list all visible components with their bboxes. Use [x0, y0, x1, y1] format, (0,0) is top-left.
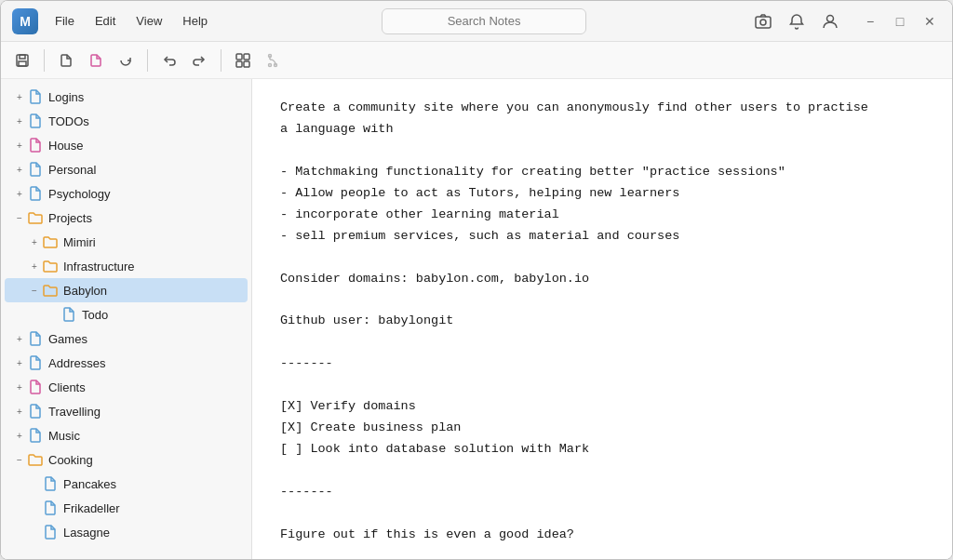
- person-icon-btn[interactable]: [818, 9, 842, 33]
- folder-icon-mimiri: [42, 233, 59, 250]
- menu-bar: File Edit View Help: [46, 10, 217, 32]
- template-button[interactable]: [82, 47, 110, 74]
- note-icon-addresses: [27, 354, 44, 371]
- expand-icon-travelling: +: [12, 404, 27, 419]
- expand-icon-house: +: [12, 138, 27, 153]
- app-icon: M: [12, 8, 38, 34]
- sidebar-item-clients[interactable]: + Clients: [5, 375, 248, 399]
- sidebar-item-cooking[interactable]: − Cooking: [5, 447, 248, 472]
- sidebar-item-todo[interactable]: Todo: [5, 302, 248, 327]
- sidebar-item-label-addresses: Addresses: [48, 356, 105, 370]
- expand-icon-babylon: −: [27, 283, 42, 298]
- sidebar-item-label-mimiri: Mimiri: [63, 235, 96, 249]
- svg-point-1: [760, 20, 766, 25]
- sidebar-item-house[interactable]: + House: [5, 133, 248, 157]
- note-area: Create a community site where you can an…: [252, 79, 952, 559]
- sidebar-item-travelling[interactable]: + Travelling: [5, 399, 248, 423]
- save-button[interactable]: [8, 47, 36, 74]
- note-icon-house: [27, 137, 44, 153]
- expand-icon-clients: +: [12, 380, 27, 394]
- undo-button[interactable]: [155, 47, 183, 74]
- sidebar-item-addresses[interactable]: + Addresses: [5, 351, 248, 375]
- sidebar-item-games[interactable]: + Games: [5, 327, 248, 351]
- sidebar-item-label-music: Music: [48, 429, 80, 443]
- toolbar-sep-3: [221, 49, 221, 72]
- note-icon-music: [27, 427, 44, 444]
- expand-icon-personal: +: [12, 162, 27, 177]
- expand-icon-games: +: [12, 331, 27, 346]
- note-icon-psychology: [27, 185, 44, 202]
- expand-icon-todos: +: [12, 113, 27, 128]
- note-icon-todo: [60, 306, 77, 323]
- svg-rect-5: [19, 61, 26, 66]
- sidebar-item-personal[interactable]: + Personal: [5, 157, 248, 181]
- minimize-button[interactable]: −: [859, 10, 881, 33]
- menu-file[interactable]: File: [46, 10, 84, 32]
- note-content: Create a community site where you can an…: [280, 98, 924, 546]
- sidebar-item-logins[interactable]: + Logins: [5, 85, 248, 109]
- sidebar-item-projects[interactable]: − Projects: [5, 206, 248, 230]
- note-icon-lasagne: [42, 524, 59, 540]
- expand-icon-frikadeller: [27, 500, 42, 515]
- sidebar-item-pancakes[interactable]: Pancakes: [5, 472, 248, 496]
- note-icon-clients: [27, 379, 44, 395]
- sidebar-item-infrastructure[interactable]: + Infrastructure: [5, 254, 248, 278]
- sidebar-item-label-psychology: Psychology: [48, 187, 110, 201]
- redo-button[interactable]: [185, 47, 213, 74]
- new-note-button[interactable]: [52, 47, 80, 74]
- main-content: + Logins + TODOs: [1, 79, 952, 559]
- search-input[interactable]: [382, 8, 586, 34]
- expand-icon-cooking: −: [12, 452, 27, 467]
- sidebar-item-label-infrastructure: Infrastructure: [63, 260, 135, 273]
- svg-rect-9: [244, 61, 249, 67]
- svg-point-11: [269, 63, 272, 66]
- sidebar-item-psychology[interactable]: + Psychology: [5, 181, 248, 206]
- sidebar-item-lasagne[interactable]: Lasagne: [5, 520, 248, 544]
- sidebar-item-todos[interactable]: + TODOs: [5, 109, 248, 133]
- expand-icon-pancakes: [27, 476, 42, 491]
- bell-icon-btn[interactable]: [785, 9, 809, 33]
- svg-rect-7: [244, 54, 249, 60]
- close-button[interactable]: ✕: [919, 10, 941, 33]
- sync-button[interactable]: [112, 47, 140, 74]
- note-icon-games: [27, 330, 44, 347]
- sidebar-item-label-cooking: Cooking: [48, 453, 93, 467]
- sidebar-item-label-todos: TODOs: [48, 114, 89, 128]
- note-icon-travelling: [27, 403, 44, 420]
- menu-edit[interactable]: Edit: [86, 10, 125, 32]
- app-window: M File Edit View Help: [0, 0, 953, 560]
- menu-help[interactable]: Help: [173, 10, 217, 32]
- expand-icon-projects: −: [12, 210, 27, 225]
- folder-icon-cooking: [27, 451, 44, 468]
- folder-icon-projects: [27, 209, 44, 226]
- search-bar: [217, 8, 751, 34]
- note-icon-pancakes: [42, 475, 59, 492]
- toolbar-sep-1: [44, 49, 45, 72]
- sidebar-item-music[interactable]: + Music: [5, 423, 248, 447]
- sidebar-item-babylon[interactable]: − Babylon: [5, 278, 248, 302]
- sidebar-item-label-projects: Projects: [48, 211, 92, 225]
- folder-icon-infrastructure: [42, 258, 59, 274]
- svg-rect-8: [236, 61, 242, 67]
- camera-icon-btn[interactable]: [751, 9, 775, 33]
- history-button[interactable]: [229, 47, 257, 74]
- sidebar-item-mimiri[interactable]: + Mimiri: [5, 230, 248, 254]
- sidebar-item-label-clients: Clients: [48, 380, 86, 394]
- menu-view[interactable]: View: [127, 10, 171, 32]
- svg-rect-0: [756, 17, 771, 28]
- sidebar-item-label-games: Games: [48, 332, 87, 346]
- svg-rect-6: [236, 54, 242, 60]
- branch-button[interactable]: [259, 47, 287, 74]
- expand-icon-addresses: +: [12, 355, 27, 370]
- toolbar-sep-2: [147, 49, 148, 72]
- toolbar: [1, 42, 952, 79]
- note-scroll[interactable]: Create a community site where you can an…: [252, 79, 952, 559]
- titlebar: M File Edit View Help: [1, 1, 952, 42]
- maximize-button[interactable]: □: [889, 10, 911, 33]
- window-controls: − □ ✕: [859, 10, 941, 33]
- sidebar-item-label-frikadeller: Frikadeller: [63, 501, 120, 515]
- titlebar-right: − □ ✕: [751, 9, 941, 33]
- sidebar-item-frikadeller[interactable]: Frikadeller: [5, 496, 248, 520]
- sidebar-item-label-todo: Todo: [82, 308, 108, 322]
- note-icon-todos: [27, 113, 44, 129]
